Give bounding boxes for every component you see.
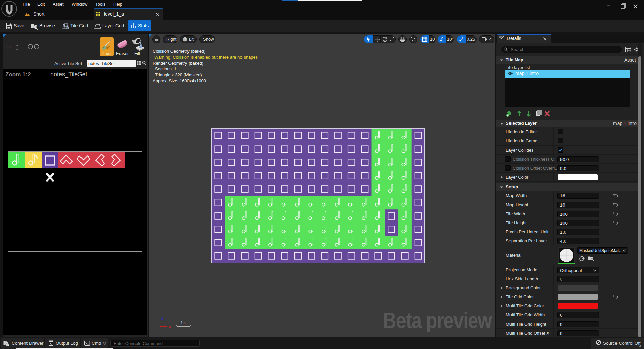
- svg-text:R: R: [16, 44, 18, 47]
- svg-text:x: x: [169, 325, 171, 329]
- svg-text:R: R: [5, 45, 7, 48]
- svg-text:1m: 1m: [181, 321, 186, 325]
- svg-text:Я: Я: [9, 45, 10, 48]
- svg-text:Z: Z: [161, 317, 163, 321]
- svg-text:ᴚ: ᴚ: [16, 48, 18, 50]
